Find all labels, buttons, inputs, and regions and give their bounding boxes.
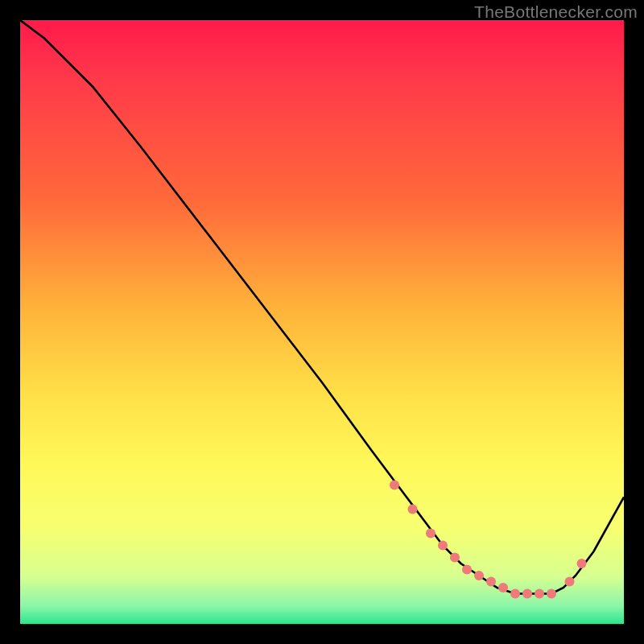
watermark-text: TheBottlenecker.com bbox=[474, 2, 638, 22]
chart-background-gradient bbox=[20, 20, 624, 624]
chart-plot-area bbox=[20, 20, 624, 624]
chart-stage: TheBottlenecker.com bbox=[0, 0, 644, 644]
